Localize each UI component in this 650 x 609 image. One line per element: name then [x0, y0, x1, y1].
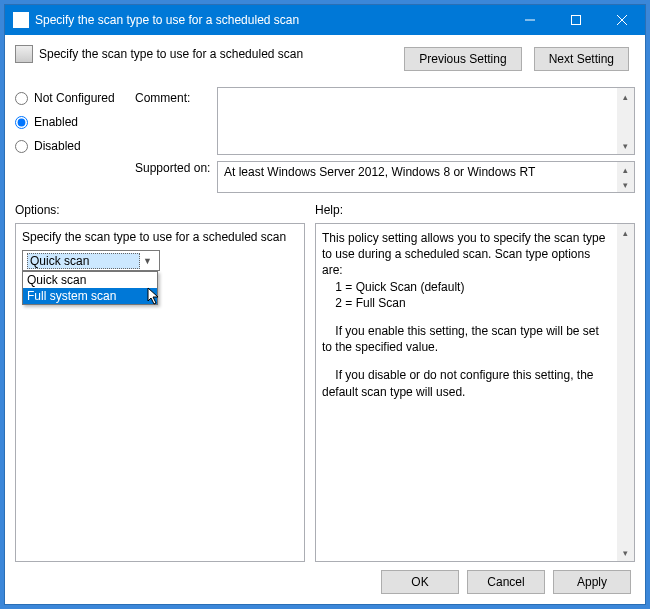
page-title: Specify the scan type to use for a sched… — [39, 47, 303, 61]
options-panel: Specify the scan type to use for a sched… — [15, 223, 305, 562]
options-label: Options: — [15, 203, 305, 217]
comment-textarea[interactable]: ▴ ▾ — [217, 87, 635, 155]
next-setting-button[interactable]: Next Setting — [534, 47, 629, 71]
help-line: 2 = Full Scan — [322, 295, 611, 311]
supported-scrollbar[interactable]: ▴ ▾ — [617, 162, 634, 192]
scroll-up-icon[interactable]: ▴ — [617, 162, 634, 177]
help-text: This policy setting allows you to specif… — [322, 230, 628, 400]
minimize-button[interactable] — [507, 5, 553, 35]
content-area: Specify the scan type to use for a sched… — [5, 35, 645, 604]
policy-editor-window: Specify the scan type to use for a sched… — [4, 4, 646, 605]
radio-disabled[interactable]: Disabled — [15, 139, 135, 153]
help-label: Help: — [315, 203, 635, 217]
scan-type-selected: Quick scan — [27, 253, 140, 269]
help-scrollbar[interactable]: ▴ ▾ — [617, 224, 634, 561]
scroll-down-icon[interactable]: ▾ — [617, 137, 634, 154]
previous-setting-button[interactable]: Previous Setting — [404, 47, 521, 71]
radio-disabled-input[interactable] — [15, 140, 28, 153]
cancel-button[interactable]: Cancel — [467, 570, 545, 594]
policy-icon — [15, 45, 33, 63]
radio-not-configured[interactable]: Not Configured — [15, 91, 135, 105]
maximize-button[interactable] — [553, 5, 599, 35]
radio-disabled-label: Disabled — [34, 139, 81, 153]
option-field-label: Specify the scan type to use for a sched… — [22, 230, 298, 244]
help-line: This policy setting allows you to specif… — [322, 230, 611, 279]
supported-on-text: At least Windows Server 2012, Windows 8 … — [224, 165, 535, 179]
app-icon — [13, 12, 29, 28]
titlebar[interactable]: Specify the scan type to use for a sched… — [5, 5, 645, 35]
dropdown-item-full-system-scan[interactable]: Full system scan — [23, 288, 157, 304]
comment-scrollbar[interactable]: ▴ ▾ — [617, 88, 634, 154]
help-panel: This policy setting allows you to specif… — [315, 223, 635, 562]
chevron-down-icon: ▼ — [140, 256, 155, 266]
radio-not-configured-label: Not Configured — [34, 91, 115, 105]
help-line: 1 = Quick Scan (default) — [322, 279, 611, 295]
scroll-up-icon[interactable]: ▴ — [617, 224, 634, 241]
scroll-down-icon[interactable]: ▾ — [617, 177, 634, 192]
supported-label: Supported on: — [135, 157, 217, 175]
comment-label: Comment: — [135, 87, 217, 157]
scroll-down-icon[interactable]: ▾ — [617, 544, 634, 561]
help-blank — [322, 311, 611, 323]
radio-enabled-label: Enabled — [34, 115, 78, 129]
footer-buttons: OK Cancel Apply — [15, 562, 635, 596]
supported-on-box: At least Windows Server 2012, Windows 8 … — [217, 161, 635, 193]
radio-enabled-input[interactable] — [15, 116, 28, 129]
radio-enabled[interactable]: Enabled — [15, 115, 135, 129]
radio-not-configured-input[interactable] — [15, 92, 28, 105]
help-line: If you enable this setting, the scan typ… — [322, 323, 611, 355]
dropdown-item-quick-scan[interactable]: Quick scan — [23, 272, 157, 288]
scan-type-dropdown-list[interactable]: Quick scan Full system scan — [22, 271, 158, 305]
svg-rect-1 — [572, 16, 581, 25]
scroll-up-icon[interactable]: ▴ — [617, 88, 634, 105]
ok-button[interactable]: OK — [381, 570, 459, 594]
scan-type-dropdown[interactable]: Quick scan ▼ — [22, 250, 160, 271]
help-blank — [322, 355, 611, 367]
help-line: If you disable or do not configure this … — [322, 367, 611, 399]
close-button[interactable] — [599, 5, 645, 35]
window-title: Specify the scan type to use for a sched… — [35, 13, 507, 27]
apply-button[interactable]: Apply — [553, 570, 631, 594]
